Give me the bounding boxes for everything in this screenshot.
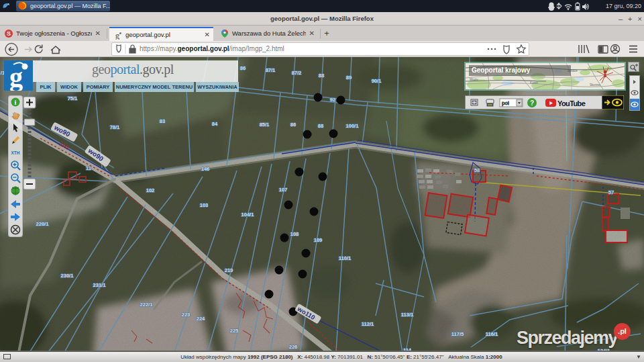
svg-text:Kotun: Kotun	[530, 81, 538, 85]
svg-text:g: g	[115, 32, 119, 40]
svg-text:g: g	[9, 62, 23, 91]
svg-text:Skorzec: Skorzec	[590, 83, 601, 87]
svg-text:pol: pol	[502, 100, 509, 106]
svg-text:i: i	[15, 99, 17, 106]
svg-text:Mrozy: Mrozy	[470, 78, 478, 81]
svg-text:S: S	[7, 30, 11, 37]
svg-text:?: ?	[530, 99, 534, 107]
svg-text:XTH: XTH	[11, 150, 20, 155]
svg-text:YouTube: YouTube	[557, 99, 586, 107]
